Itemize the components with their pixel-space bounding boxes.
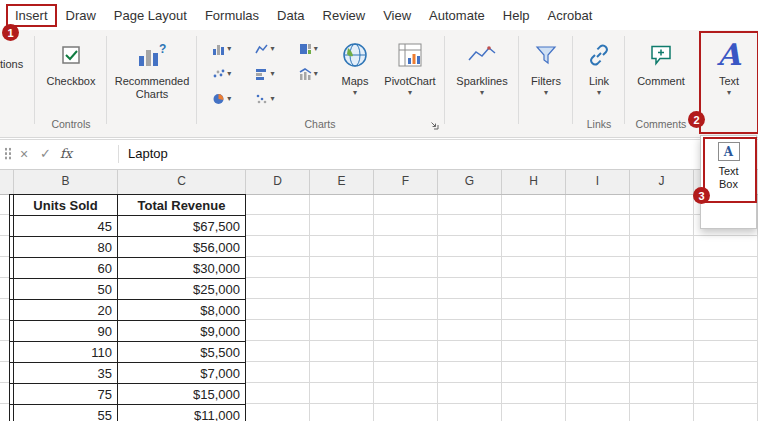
column-header-i[interactable]: I [566, 168, 630, 194]
illustrations-button-cutoff[interactable]: tions [0, 58, 32, 70]
column-header-h[interactable]: H [502, 168, 566, 194]
tab-draw[interactable]: Draw [57, 4, 105, 27]
table-cell-units[interactable]: 110 [14, 342, 118, 363]
annotation-badge-2: 2 [688, 111, 705, 128]
comment-label: Comment [637, 75, 685, 88]
chevron-down-icon: ▾ [314, 70, 318, 78]
table-cell-units[interactable]: 90 [14, 321, 118, 342]
table-cell-units[interactable]: 55 [14, 405, 118, 421]
table-cell-units[interactable]: 50 [14, 279, 118, 300]
table-cell-units[interactable]: 75 [14, 384, 118, 405]
new-comment-icon [649, 36, 673, 74]
charts-dialog-launcher-icon[interactable] [429, 117, 440, 135]
link-button[interactable]: Link ▾ [576, 36, 622, 97]
funnel-icon [535, 36, 557, 74]
group-separator [34, 36, 35, 124]
text-button[interactable]: A Text ▾ [706, 36, 752, 97]
formula-bar-drag-handle[interactable] [4, 140, 12, 167]
link-label: Link [589, 75, 609, 88]
group-label-comments: Comments [626, 118, 696, 130]
formula-bar: × ✓ fx Laptop [0, 139, 758, 170]
bar-chart-button[interactable]: ▾ [243, 61, 286, 86]
table-cell-units[interactable]: 60 [14, 258, 118, 279]
table-cell-revenue[interactable]: $56,000 [118, 237, 246, 258]
table-cell-revenue[interactable]: $7,000 [118, 363, 246, 384]
tab-automate[interactable]: Automate [420, 4, 494, 27]
tab-insert[interactable]: Insert [6, 4, 57, 27]
table-cell-revenue[interactable]: $5,500 [118, 342, 246, 363]
text-box-menu-item[interactable]: A Text Box [712, 142, 746, 191]
cancel-entry-button[interactable]: × [20, 140, 28, 167]
tab-help[interactable]: Help [494, 4, 539, 27]
enter-entry-button[interactable]: ✓ [40, 140, 51, 167]
filters-label: Filters [531, 75, 561, 88]
formula-bar-divider [118, 145, 119, 163]
fx-icon: fx [60, 146, 72, 161]
sparklines-label: Sparklines [456, 75, 507, 88]
line-chart-button[interactable]: ▾ [243, 36, 286, 61]
table-header-revenue[interactable]: Total Revenue [118, 195, 246, 216]
checkbox-label: Checkbox [47, 75, 96, 88]
table-cell-units[interactable]: 45 [14, 216, 118, 237]
combo-chart-button[interactable]: ▾ [287, 61, 330, 86]
group-separator [196, 36, 197, 124]
tab-formulas[interactable]: Formulas [196, 4, 268, 27]
tab-review[interactable]: Review [314, 4, 375, 27]
pivotchart-icon [397, 36, 423, 74]
column-header-d[interactable]: D [246, 168, 310, 194]
maps-button[interactable]: Maps ▾ [332, 36, 378, 97]
chevron-down-icon: ▾ [597, 89, 601, 97]
tab-acrobat[interactable]: Acrobat [539, 4, 602, 27]
pivotchart-button[interactable]: PivotChart ▾ [380, 36, 440, 97]
table-cell-revenue[interactable]: $8,000 [118, 300, 246, 321]
sparklines-button[interactable]: Sparklines ▾ [448, 36, 516, 97]
table-cell-units[interactable]: 20 [14, 300, 118, 321]
table-cell-units[interactable]: 80 [14, 237, 118, 258]
text-box-label: Text Box [712, 165, 746, 191]
column-header-c[interactable]: C [118, 168, 246, 194]
corner-header [0, 168, 14, 194]
tab-data[interactable]: Data [268, 4, 313, 27]
column-header-j[interactable]: J [630, 168, 694, 194]
column-header-f[interactable]: F [374, 168, 438, 194]
tab-view[interactable]: View [374, 4, 420, 27]
chevron-down-icon: ▾ [314, 45, 318, 53]
formula-bar-input[interactable]: Laptop [128, 140, 168, 167]
scatter-chart-button[interactable]: ▾ [200, 61, 243, 86]
group-label-links: Links [566, 118, 632, 130]
text-a-icon: A [717, 36, 740, 74]
table-cell-units[interactable]: 35 [14, 363, 118, 384]
excel-window: Insert Draw Page Layout Formulas Data Re… [0, 0, 758, 421]
column-header-b[interactable]: B [14, 168, 118, 194]
column-header-e[interactable]: E [310, 168, 374, 194]
chevron-down-icon: ▾ [227, 45, 231, 53]
table-cell-revenue[interactable]: $9,000 [118, 321, 246, 342]
filters-button[interactable]: Filters ▾ [522, 36, 570, 97]
column-chart-button[interactable]: ▾ [200, 36, 243, 61]
charts-gallery-empty-cell [287, 87, 330, 112]
checkbox-button[interactable]: Checkbox [38, 36, 104, 88]
table-cell-revenue[interactable]: $25,000 [118, 279, 246, 300]
group-label-controls: Controls [38, 118, 104, 130]
recommended-charts-icon: ? [137, 36, 167, 74]
insert-function-button[interactable]: fx [60, 140, 72, 167]
ribbon: tions Checkbox Controls ? Recommended Ch… [0, 30, 758, 138]
column-header-g[interactable]: G [438, 168, 502, 194]
table-cell-revenue[interactable]: $11,000 [118, 405, 246, 421]
pie-chart-button[interactable]: ▾ [200, 87, 243, 112]
maps-label: Maps [342, 75, 369, 88]
chevron-down-icon: ▾ [727, 89, 731, 97]
column-header-row: B C D E F G H I J [0, 168, 758, 195]
table-cell-revenue[interactable]: $67,500 [118, 216, 246, 237]
checkbox-icon [60, 36, 82, 74]
table-cell-revenue[interactable]: $15,000 [118, 384, 246, 405]
dot-chart-button[interactable]: ▾ [243, 87, 286, 112]
tab-page-layout[interactable]: Page Layout [105, 4, 196, 27]
table-cell-revenue[interactable]: $30,000 [118, 258, 246, 279]
comment-button[interactable]: Comment [628, 36, 694, 88]
table-header-units[interactable]: Units Sold [14, 195, 118, 216]
group-separator [518, 36, 519, 124]
hierarchy-chart-button[interactable]: ▾ [287, 36, 330, 61]
chevron-down-icon: ▾ [480, 89, 484, 97]
recommended-charts-button[interactable]: ? Recommended Charts [110, 36, 194, 101]
